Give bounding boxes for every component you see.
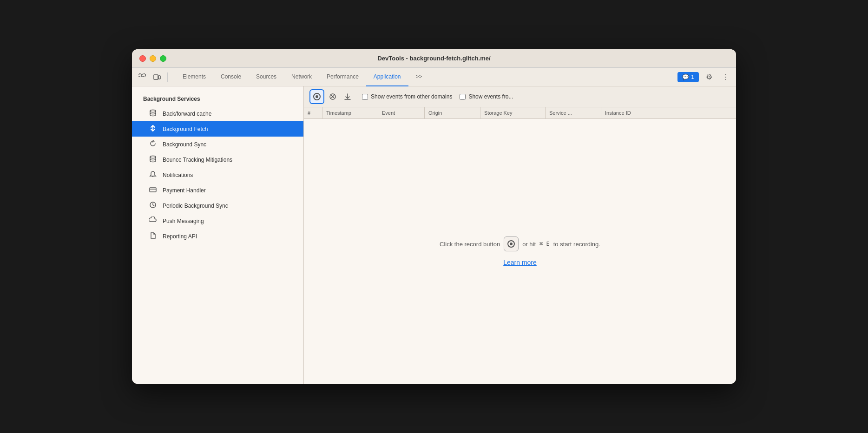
show-events-fro-checkbox[interactable] — [460, 94, 466, 100]
fetch-icon — [149, 125, 157, 133]
svg-rect-3 — [158, 76, 160, 79]
sidebar-label-bounce-tracking: Bounce Tracking Mitigations — [163, 157, 232, 163]
more-options-icon: ⋮ — [722, 72, 730, 81]
record-hint-dot — [510, 243, 513, 245]
comment-count: 1 — [691, 74, 694, 80]
sidebar-label-back-forward-cache: Back/forward cache — [163, 111, 211, 117]
hint-text-before: Click the record button — [440, 241, 500, 248]
settings-button[interactable]: ⚙ — [703, 71, 716, 84]
table-header: # Timestamp Event Origin Storage Key Ser… — [304, 107, 736, 119]
svg-point-5 — [150, 156, 156, 158]
svg-rect-6 — [150, 188, 156, 192]
sidebar-item-background-sync[interactable]: Background Sync — [132, 137, 303, 152]
title-bar: DevTools - background-fetch.glitch.me/ — [132, 49, 736, 68]
tab-application[interactable]: Application — [366, 68, 408, 86]
download-button[interactable] — [341, 90, 354, 103]
sidebar-item-back-forward-cache[interactable]: Back/forward cache — [132, 106, 303, 121]
sidebar-label-payment-handler: Payment Handler — [163, 187, 206, 194]
empty-state: Click the record button or hit ⌘ E to st… — [304, 119, 736, 384]
window-title: DevTools - background-fetch.glitch.me/ — [377, 55, 490, 62]
tab-elements[interactable]: Elements — [175, 68, 213, 86]
table-body: Click the record button or hit ⌘ E to st… — [304, 119, 736, 384]
device-toggle-icon[interactable] — [151, 71, 164, 84]
record-button-inner — [313, 93, 321, 100]
keyboard-shortcut: ⌘ E — [539, 241, 550, 247]
svg-point-4 — [150, 110, 156, 112]
devtools-window: DevTools - background-fetch.glitch.me/ E… — [132, 49, 736, 384]
toolbar-divider-1 — [167, 72, 168, 82]
sidebar-item-notifications[interactable]: Notifications — [132, 167, 303, 183]
bell-icon — [149, 171, 157, 179]
col-number: # — [304, 107, 322, 118]
minimize-button[interactable] — [150, 55, 156, 62]
sidebar-label-background-fetch: Background Fetch — [163, 126, 208, 132]
col-origin: Origin — [425, 107, 480, 118]
col-event: Event — [378, 107, 425, 118]
show-events-other-domains-checkbox[interactable] — [362, 94, 368, 100]
bounce-tracking-icon — [149, 155, 157, 164]
sidebar-section-title: Background Services — [132, 94, 303, 106]
tab-bar: Elements Console Sources Network Perform… — [171, 68, 676, 86]
col-service: Service ... — [546, 107, 601, 118]
tab-sources[interactable]: Sources — [249, 68, 284, 86]
record-hint-icon — [504, 236, 519, 251]
tab-network[interactable]: Network — [284, 68, 319, 86]
main-toolbar: Elements Console Sources Network Perform… — [132, 68, 736, 86]
sidebar-item-push-messaging[interactable]: Push Messaging — [132, 213, 303, 229]
record-dot — [316, 95, 318, 98]
sidebar-label-reporting-api: Reporting API — [163, 233, 197, 240]
col-instance-id: Instance ID — [601, 107, 736, 118]
sidebar-item-periodic-background-sync[interactable]: Periodic Background Sync — [132, 198, 303, 213]
tab-more[interactable]: >> — [408, 68, 430, 86]
clock-icon — [149, 201, 157, 210]
sidebar: Background Services Back/forward cache — [132, 86, 304, 384]
sync-icon — [149, 140, 157, 149]
sidebar-label-push-messaging: Push Messaging — [163, 218, 204, 224]
sidebar-item-bounce-tracking[interactable]: Bounce Tracking Mitigations — [132, 152, 303, 167]
clear-button[interactable] — [326, 90, 339, 103]
more-options-button[interactable]: ⋮ — [719, 71, 732, 84]
show-events-fro-text: Show events fro... — [468, 93, 513, 100]
cloud-icon — [149, 216, 157, 225]
record-button[interactable] — [309, 89, 324, 104]
toolbar-right: 💬 1 ⚙ ⋮ — [677, 71, 732, 84]
sidebar-label-notifications: Notifications — [163, 172, 193, 178]
tab-console[interactable]: Console — [213, 68, 249, 86]
settings-icon: ⚙ — [706, 72, 712, 81]
file-icon — [149, 232, 157, 241]
main-content: Background Services Back/forward cache — [132, 86, 736, 384]
col-storage-key: Storage Key — [480, 107, 546, 118]
sidebar-item-background-fetch[interactable]: Background Fetch — [132, 121, 303, 137]
show-events-other-domains-text: Show events from other domains — [371, 93, 452, 100]
comment-button[interactable]: 💬 1 — [677, 72, 699, 82]
panel-toolbar: Show events from other domains Show even… — [304, 86, 736, 107]
record-hint-inner — [507, 240, 515, 248]
sidebar-item-payment-handler[interactable]: Payment Handler — [132, 183, 303, 198]
tab-performance[interactable]: Performance — [319, 68, 366, 86]
database-icon — [149, 109, 157, 118]
learn-more-link[interactable]: Learn more — [503, 259, 537, 266]
close-button[interactable] — [139, 55, 146, 62]
card-icon — [149, 186, 157, 195]
svg-rect-0 — [139, 74, 142, 77]
svg-rect-1 — [143, 74, 145, 77]
pointer-tool-icon[interactable] — [136, 71, 149, 84]
panel: Show events from other domains Show even… — [304, 86, 736, 384]
sidebar-item-reporting-api[interactable]: Reporting API — [132, 229, 303, 244]
record-hint: Click the record button or hit ⌘ E to st… — [440, 236, 600, 251]
sidebar-label-periodic-background-sync: Periodic Background Sync — [163, 203, 228, 209]
col-timestamp: Timestamp — [322, 107, 378, 118]
hint-text-after: or hit — [522, 241, 536, 248]
comment-icon: 💬 — [682, 74, 689, 80]
svg-rect-2 — [154, 75, 158, 79]
sidebar-label-background-sync: Background Sync — [163, 141, 206, 148]
traffic-lights — [139, 55, 166, 62]
show-events-fro-label[interactable]: Show events fro... — [460, 93, 513, 100]
maximize-button[interactable] — [160, 55, 166, 62]
hint-text-end: to start recording. — [553, 241, 600, 248]
panel-toolbar-divider — [358, 92, 358, 101]
show-events-other-domains-label[interactable]: Show events from other domains — [362, 93, 452, 100]
